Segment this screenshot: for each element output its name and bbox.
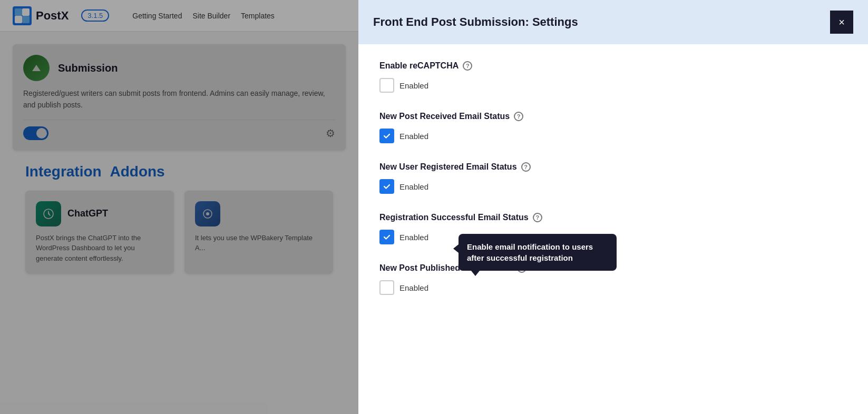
overlay <box>0 0 358 414</box>
new-post-email-label: New Post Received Email Status ? <box>379 112 847 121</box>
modal-header: Front End Post Submission: Settings × <box>358 0 868 44</box>
modal-close-button[interactable]: × <box>830 11 853 34</box>
new-post-email-checkbox[interactable] <box>379 129 394 143</box>
settings-modal: Front End Post Submission: Settings × En… <box>358 0 868 414</box>
registration-email-checkbox[interactable] <box>379 230 394 244</box>
tooltip-arrow <box>453 244 459 253</box>
registration-email-label-text: Registration Successful Email Status <box>379 213 529 222</box>
registration-email-control-label: Enabled <box>399 233 428 242</box>
recaptcha-help-icon[interactable]: ? <box>463 61 472 71</box>
setting-row-new-user-email: New User Registered Email Status ? Enabl… <box>379 162 847 194</box>
registration-email-help-icon[interactable]: ? <box>533 213 542 222</box>
recaptcha-label-text: Enable reCAPTCHA <box>379 61 459 71</box>
recaptcha-checkbox[interactable] <box>379 78 394 93</box>
new-post-email-control-label: Enabled <box>399 132 428 141</box>
modal-body: Enable reCAPTCHA ? Enabled New Post Rece… <box>358 44 868 414</box>
tooltip-text: Enable email notification to users after… <box>467 242 593 262</box>
recaptcha-control-label: Enabled <box>399 81 428 90</box>
checkmark-icon <box>383 182 391 191</box>
new-post-email-help-icon[interactable]: ? <box>514 112 523 121</box>
new-user-email-checkbox[interactable] <box>379 179 394 194</box>
recaptcha-control: Enabled <box>379 78 847 93</box>
setting-row-recaptcha: Enable reCAPTCHA ? Enabled <box>379 61 847 93</box>
new-user-email-help-icon[interactable]: ? <box>521 162 531 172</box>
post-published-email-checkbox[interactable] <box>379 280 394 295</box>
recaptcha-label: Enable reCAPTCHA ? <box>379 61 847 71</box>
new-user-email-control: Enabled <box>379 179 847 194</box>
checkmark-icon <box>383 132 391 140</box>
setting-row-new-post-email: New Post Received Email Status ? Enabled <box>379 112 847 143</box>
new-user-email-control-label: Enabled <box>399 182 428 191</box>
post-published-email-control: Enabled <box>379 280 847 295</box>
new-user-email-label-text: New User Registered Email Status <box>379 162 517 172</box>
checkmark-icon <box>383 233 391 241</box>
new-user-email-label: New User Registered Email Status ? <box>379 162 847 172</box>
post-published-email-control-label: Enabled <box>399 283 428 292</box>
new-post-email-control: Enabled <box>379 129 847 143</box>
registration-email-label: Registration Successful Email Status ? <box>379 213 847 222</box>
new-post-email-label-text: New Post Received Email Status <box>379 112 510 121</box>
modal-title: Front End Post Submission: Settings <box>373 15 578 29</box>
tooltip-bubble: Enable email notification to users after… <box>459 234 617 271</box>
